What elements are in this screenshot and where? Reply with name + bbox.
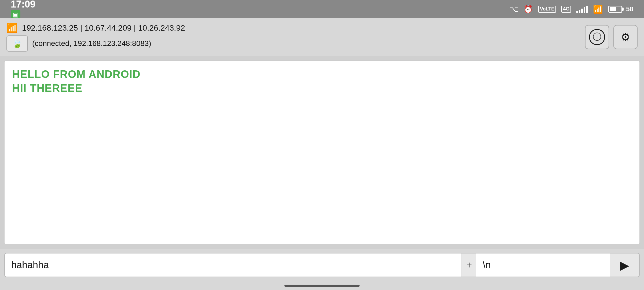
send-icon: ▶: [620, 258, 629, 272]
plus-separator: +: [462, 253, 476, 277]
plus-label: +: [466, 259, 472, 271]
newline-input[interactable]: [476, 253, 610, 277]
network-info: 📶 192.168.123.25 | 10.67.44.209 | 10.26.…: [6, 23, 185, 33]
connection-status-text: (connected, 192.168.123.248:8083): [32, 39, 151, 48]
lte-badge: VoLTE: [538, 6, 556, 13]
battery-indicator: 58: [608, 5, 633, 13]
app-container: 📶 192.168.123.25 | 10.67.44.209 | 10.26.…: [0, 18, 644, 290]
status-right-icons: ⌥ ⏰ VoLTE 4G 📶 58: [510, 5, 633, 14]
toolbar-right: ⓘ ⚙: [585, 25, 638, 49]
alarm-icon: ⏰: [524, 5, 533, 14]
signal-bars-icon: [576, 5, 588, 13]
battery-box: [608, 6, 622, 13]
status-bar: 17:09 ▣ ⌥ ⏰ VoLTE 4G 📶 58: [0, 0, 644, 18]
info-button[interactable]: ⓘ: [585, 25, 609, 49]
send-button[interactable]: ▶: [610, 253, 640, 277]
toolbar-left: 📶 192.168.123.25 | 10.67.44.209 | 10.26.…: [6, 23, 185, 52]
message-line-1: HELLO FROM ANDROID: [12, 67, 632, 81]
status-time-container: 17:09 ▣: [11, 0, 35, 20]
gear-icon: ⚙: [621, 31, 630, 43]
network-addresses: 192.168.123.25 | 10.67.44.209 | 10.26.24…: [22, 23, 185, 32]
info-icon: ⓘ: [589, 29, 605, 45]
message-input[interactable]: [4, 253, 462, 277]
status-time: 17:09: [11, 0, 35, 10]
wifi-icon-status: 📶: [593, 5, 603, 14]
home-bar: [284, 285, 360, 287]
connection-icon-button[interactable]: 🍃: [6, 35, 28, 52]
message-area: HELLO FROM ANDROID HII THEREEE: [4, 60, 640, 244]
4g-badge: 4G: [561, 6, 571, 13]
battery-fill: [610, 7, 616, 11]
input-area: + ▶: [0, 249, 644, 290]
connection-row: 🍃 (connected, 192.168.123.248:8083): [6, 35, 185, 52]
conn-leaf-icon: 🍃: [12, 38, 23, 49]
battery-text: 58: [626, 5, 633, 13]
message-line-2: HII THEREEE: [12, 81, 632, 95]
bluetooth-icon: ⌥: [510, 5, 518, 14]
settings-button[interactable]: ⚙: [613, 25, 638, 49]
wifi-toolbar-icon: 📶: [6, 23, 18, 33]
toolbar: 📶 192.168.123.25 | 10.67.44.209 | 10.26.…: [0, 18, 644, 56]
